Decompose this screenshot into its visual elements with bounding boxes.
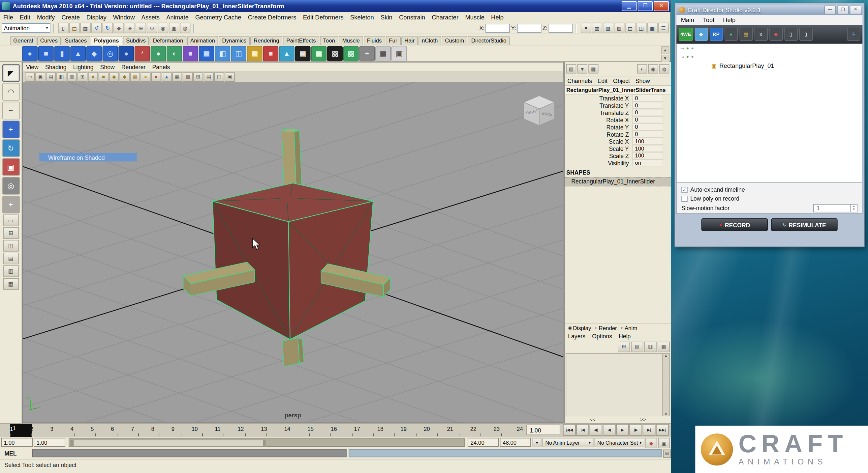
layout-preset-icon[interactable]: ▦: [3, 278, 19, 290]
tool-icon[interactable]: ◤: [2, 64, 20, 82]
channel-box-icon[interactable]: ▤: [566, 64, 576, 74]
status-icon[interactable]: ↻: [102, 23, 113, 33]
menu-item[interactable]: Help: [488, 14, 507, 21]
attribute-name[interactable]: Visibility: [565, 160, 632, 166]
layer-list-scrollbar[interactable]: ▲▼: [662, 354, 670, 416]
craft-title-bar[interactable]: Craft Director Studio v9.2.1 — ▢ ✕: [676, 5, 862, 15]
craft-menu-item[interactable]: Tool: [699, 16, 719, 23]
panel-toolbar-icon[interactable]: ▲: [162, 72, 172, 82]
panel-toolbar-icon[interactable]: ▧: [183, 72, 193, 82]
tool-icon[interactable]: ↻: [2, 139, 20, 157]
shelf-tab[interactable]: Custom: [442, 36, 467, 45]
craft-scene-tree[interactable]: ⊸ ● ● ⊸ ● ● ▣ RectangularPlay_01: [676, 44, 862, 183]
panel-toolbar-icon[interactable]: ▦: [172, 72, 182, 82]
shelf-tab[interactable]: Fluids: [364, 36, 385, 45]
panel-toolbar-icon[interactable]: ▦: [130, 72, 140, 82]
craft-toolbar-icon[interactable]: ϟ: [847, 28, 860, 41]
panel-toolbar-icon[interactable]: ⊞: [193, 72, 203, 82]
status-icon[interactable]: ◈: [125, 23, 135, 33]
attribute-name[interactable]: Translate Z: [565, 109, 632, 116]
channel-box-icon[interactable]: ▼: [578, 64, 587, 74]
tool-icon[interactable]: ▣: [2, 158, 20, 176]
layout-preset-icon[interactable]: ▤: [3, 252, 19, 264]
attribute-value[interactable]: 0: [632, 95, 663, 102]
range-bar-icon[interactable]: ▣: [658, 438, 670, 448]
slow-motion-field[interactable]: 1 ▲ ▼: [813, 204, 858, 212]
view-cube[interactable]: RIGHT BACK: [524, 96, 555, 126]
tool-icon[interactable]: +: [2, 196, 20, 213]
attribute-value[interactable]: 0: [632, 102, 663, 109]
frame-number[interactable]: 18: [377, 426, 383, 432]
channel-box-menu-item[interactable]: Channels: [565, 77, 595, 84]
menu-item[interactable]: Constrain: [396, 14, 428, 21]
playback-button[interactable]: ◀|: [590, 424, 602, 435]
frame-number[interactable]: 5: [91, 426, 94, 432]
attribute-value[interactable]: on: [632, 159, 663, 166]
layer-mode-radio[interactable]: ◉ Display: [568, 325, 591, 331]
playback-button[interactable]: ▶▶|: [656, 424, 669, 435]
rectangular-play-cube[interactable]: [213, 183, 373, 340]
shelf-tool-icon[interactable]: ●: [151, 45, 166, 61]
attribute-name[interactable]: Rotate Y: [565, 124, 632, 130]
menu-item[interactable]: Create Deformers: [245, 14, 300, 21]
channel-box-icon[interactable]: ◐: [637, 64, 647, 74]
menu-item[interactable]: Display: [83, 14, 110, 21]
panel-toolbar-icon[interactable]: ▤: [46, 72, 56, 82]
craft-toolbar-icon[interactable]: ▤: [739, 28, 752, 41]
tool-icon[interactable]: ◎: [2, 177, 20, 195]
mel-input-field[interactable]: [32, 449, 346, 457]
layer-mode-radio[interactable]: ○ Anim: [621, 325, 637, 331]
frame-number[interactable]: 10: [192, 426, 198, 432]
shelf-tab[interactable]: Dynamics: [219, 36, 250, 45]
frame-number[interactable]: 23: [494, 426, 500, 432]
panel-toolbar-icon[interactable]: ⊞: [78, 72, 87, 82]
attribute-value[interactable]: 100: [632, 138, 663, 145]
menu-item[interactable]: Create: [58, 14, 83, 21]
panel-toolbar-icon[interactable]: ▤: [204, 72, 214, 82]
shelf-tab[interactable]: Toon: [319, 36, 338, 45]
layer-action-icon[interactable]: ▦: [658, 342, 670, 352]
frame-number[interactable]: 14: [284, 426, 290, 432]
frame-number[interactable]: 1: [10, 426, 13, 432]
restore-button[interactable]: ❐: [638, 1, 653, 11]
shelf-tool-icon[interactable]: ◐: [166, 45, 182, 61]
playback-start-field[interactable]: 1.00: [34, 438, 65, 447]
shelf-tool-icon[interactable]: ●: [118, 45, 134, 61]
frame-number[interactable]: 21: [447, 426, 453, 432]
panel-menu-item[interactable]: Renderer: [118, 64, 149, 70]
layer-mode-radio[interactable]: ○ Render: [595, 325, 617, 331]
frame-number[interactable]: 4: [70, 426, 73, 432]
status-icon[interactable]: ◉: [158, 23, 168, 33]
layout-preset-icon[interactable]: ⊞: [3, 227, 19, 239]
attribute-name[interactable]: Scale Y: [565, 145, 632, 152]
status-icon[interactable]: ⊙: [147, 23, 157, 33]
panel-toolbar-icon[interactable]: ◉: [35, 72, 45, 82]
status-icon[interactable]: ▤: [69, 23, 80, 33]
playback-button[interactable]: |▶: [629, 424, 643, 435]
frame-number[interactable]: 3: [51, 426, 54, 432]
status-icon[interactable]: ▣: [647, 23, 658, 33]
status-icon[interactable]: ▾: [581, 23, 591, 33]
anim-layer-combo[interactable]: No Anim Layer ▾: [542, 438, 593, 447]
maya-title-bar[interactable]: Autodesk Maya 2010 x64 - Trial Version: …: [0, 0, 671, 12]
checkbox[interactable]: [681, 195, 687, 201]
shelf-tab[interactable]: Curves: [37, 36, 61, 45]
shelf-tab[interactable]: Deformation: [150, 36, 187, 45]
shelf-tool-icon[interactable]: ▦: [311, 45, 327, 61]
close-button[interactable]: ✕: [654, 1, 669, 11]
frame-number[interactable]: 24: [517, 426, 523, 432]
shelf-tool-icon[interactable]: ▣: [392, 45, 407, 61]
frame-number[interactable]: 22: [470, 426, 476, 432]
panel-toolbar-icon[interactable]: ■: [99, 72, 108, 82]
frame-number[interactable]: 9: [172, 426, 175, 432]
attribute-name[interactable]: Scale X: [565, 138, 632, 145]
animation-start-field[interactable]: 1.00: [1, 438, 33, 447]
status-icon[interactable]: ◍: [180, 23, 191, 33]
panel-menu-item[interactable]: View: [23, 64, 42, 70]
resimulate-button[interactable]: ϟ RESIMULATE: [771, 218, 837, 231]
shelf-tool-icon[interactable]: ◎: [102, 45, 118, 61]
slider-bottom-beam[interactable]: [282, 338, 304, 367]
panel-toolbar-icon[interactable]: ▥: [67, 72, 77, 82]
panel-menu-item[interactable]: Show: [97, 64, 118, 70]
shelf-tool-icon[interactable]: ■: [38, 45, 54, 61]
